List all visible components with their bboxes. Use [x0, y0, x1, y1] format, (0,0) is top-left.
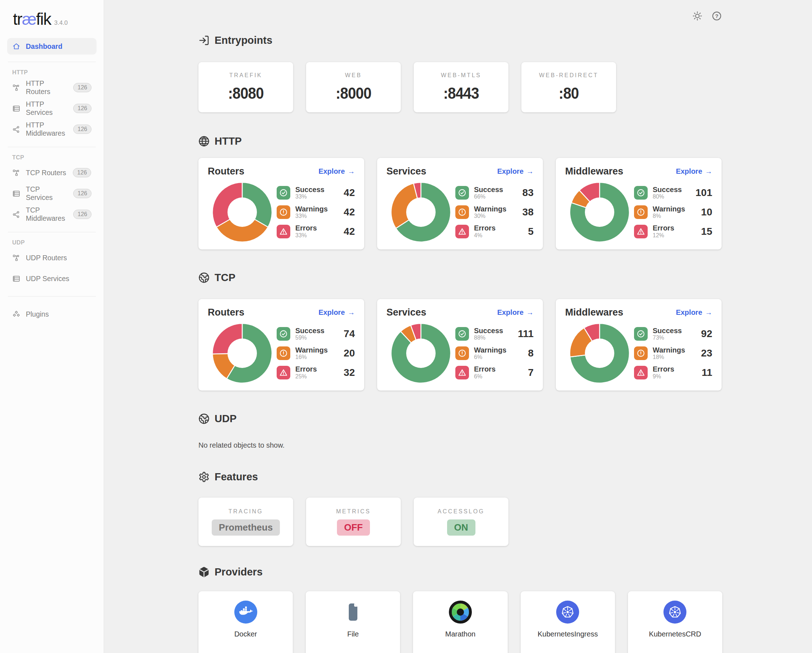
- sidebar-divider: [8, 62, 96, 62]
- sidebar-item-http-middlewares[interactable]: HTTP Middlewares126: [7, 119, 96, 140]
- stat-row-success: Success73%92: [634, 327, 712, 341]
- http-services-card: ServicesExplore→Success66%83Warnings30%3…: [377, 158, 543, 249]
- help-button[interactable]: ?: [711, 10, 722, 21]
- card-body: Success73%92Warnings18%23Errors9%11: [565, 323, 712, 384]
- earth-icon: [198, 272, 209, 283]
- app-logo: træfik3.4.0: [13, 9, 96, 29]
- donut-chart-wrap: [391, 182, 451, 242]
- stat-label: Warnings: [295, 346, 328, 354]
- card-header: RoutersExplore→: [208, 166, 355, 177]
- feature-name: ACCESSLOG: [437, 508, 484, 515]
- sidebar-item-plugins[interactable]: Plugins: [7, 304, 96, 324]
- sidebar-item-http-services[interactable]: HTTP Services126: [7, 98, 96, 119]
- explore-link[interactable]: Explore→: [497, 308, 534, 317]
- stat-value: 7: [528, 367, 534, 378]
- stat-label: Errors: [653, 224, 674, 232]
- count-badge: 126: [73, 189, 92, 198]
- warning-circle-icon: [636, 349, 646, 358]
- success-badge-icon: [277, 186, 290, 200]
- stat-labels: Success73%: [653, 327, 682, 341]
- warning-badge-icon: [277, 346, 290, 360]
- sidebar-item-tcp-routers[interactable]: TCP Routers126: [7, 162, 96, 183]
- stat-value: 11: [702, 367, 712, 378]
- stat-label: Warnings: [474, 205, 506, 213]
- docker-icon: [239, 606, 253, 618]
- explore-link[interactable]: Explore→: [319, 308, 355, 317]
- error-badge-icon: [634, 225, 648, 239]
- stat-row-error: Errors9%11: [634, 365, 712, 379]
- warning-badge-icon: [455, 205, 469, 219]
- error-triangle-icon: [636, 368, 646, 377]
- sidebar-item-udp-routers[interactable]: UDP Routers: [7, 247, 96, 268]
- feature-card-accesslog: ACCESSLOGON: [414, 497, 508, 546]
- success-check-icon: [279, 188, 288, 197]
- explore-label: Explore: [319, 308, 345, 317]
- explore-link[interactable]: Explore→: [676, 308, 712, 317]
- services-icon: [12, 275, 20, 283]
- success-badge-icon: [634, 186, 648, 200]
- warning-circle-icon: [458, 349, 467, 358]
- explore-link[interactable]: Explore→: [497, 167, 534, 176]
- stat-percent: 88%: [474, 335, 503, 341]
- help-icon: ?: [711, 11, 722, 21]
- sidebar: træfik3.4.0 Dashboard HTTPHTTP Routers12…: [0, 0, 104, 653]
- donut-chart: [569, 323, 630, 384]
- stat-labels: Success33%: [295, 186, 324, 200]
- stat-percent: 12%: [653, 232, 674, 239]
- warning-circle-icon: [279, 208, 288, 217]
- card-header: RoutersExplore→: [208, 307, 355, 318]
- http-middlewares-card: MiddlewaresExplore→Success80%101Warnings…: [556, 158, 722, 249]
- sidebar-item-http-routers[interactable]: HTTP Routers126: [7, 77, 96, 98]
- success-check-icon: [636, 188, 646, 197]
- stat-percent: 16%: [295, 354, 328, 360]
- stat-row-warning: Warnings16%20: [277, 346, 355, 361]
- error-badge-icon: [634, 366, 648, 379]
- explore-label: Explore: [676, 308, 702, 317]
- feature-status-badge: OFF: [337, 520, 370, 535]
- theme-toggle-button[interactable]: [691, 10, 703, 21]
- file-icon: [346, 603, 360, 621]
- stats-column: Success59%74Warnings16%20Errors25%32: [277, 323, 355, 384]
- stat-labels: Warnings33%: [295, 205, 328, 219]
- stat-label: Success: [474, 327, 503, 335]
- home-icon: [12, 42, 20, 50]
- sidebar-item-tcp-services[interactable]: TCP Services126: [7, 183, 96, 204]
- card-title: Middlewares: [565, 307, 623, 318]
- stat-label: Success: [474, 186, 503, 194]
- sidebar-item-tcp-middlewares[interactable]: TCP Middlewares126: [7, 204, 96, 225]
- udp-empty-message: No related objects to show.: [198, 441, 722, 450]
- stat-labels: Errors4%: [474, 224, 496, 239]
- warning-badge-icon: [455, 346, 469, 360]
- earth-icon: [198, 413, 209, 424]
- stat-percent: 4%: [474, 232, 496, 239]
- stat-row-error: Errors6%7: [455, 365, 534, 379]
- sidebar-item-label: TCP Middlewares: [26, 206, 66, 223]
- stat-value: 92: [701, 328, 712, 339]
- warning-badge-icon: [634, 346, 648, 360]
- stat-label: Warnings: [653, 205, 685, 213]
- error-triangle-icon: [636, 227, 646, 236]
- services-icon: [12, 190, 20, 198]
- stat-label: Errors: [474, 365, 496, 373]
- sidebar-item-udp-services[interactable]: UDP Services: [7, 268, 96, 289]
- section-title: UDP: [215, 413, 237, 425]
- tcp-services-card: ServicesExplore→Success88%111Warnings6%8…: [377, 299, 543, 391]
- tcp-routers-card: RoutersExplore→Success59%74Warnings16%20…: [198, 299, 364, 391]
- count-badge: 126: [73, 168, 91, 177]
- stat-labels: Warnings6%: [474, 346, 506, 361]
- stat-percent: 30%: [474, 213, 506, 219]
- app-version: 3.4.0: [54, 19, 68, 26]
- kubernetes-logo: [664, 601, 687, 624]
- explore-link[interactable]: Explore→: [676, 167, 712, 176]
- explore-link[interactable]: Explore→: [319, 167, 355, 176]
- count-badge: 126: [73, 83, 92, 92]
- sidebar-item-dashboard[interactable]: Dashboard: [7, 38, 96, 55]
- stat-labels: Errors25%: [295, 365, 317, 379]
- stat-label: Success: [295, 186, 324, 194]
- sidebar-section-label: UDP: [12, 239, 96, 246]
- udp-heading: UDP: [198, 413, 722, 425]
- stat-labels: Errors12%: [653, 224, 674, 239]
- stat-label: Errors: [295, 365, 317, 373]
- warning-badge-icon: [634, 205, 648, 219]
- explore-label: Explore: [319, 167, 345, 176]
